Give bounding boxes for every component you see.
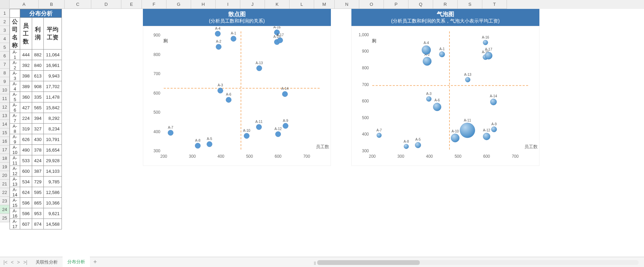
col-header-K[interactable]: K <box>265 0 290 9</box>
data-table[interactable]: 分布分析 公司名称 员工数 利润 平均工资 A-144488211,064A-2… <box>10 9 62 229</box>
cell[interactable]: A-17 <box>10 219 20 229</box>
cell[interactable]: 596 <box>20 208 32 219</box>
cell[interactable]: 533 <box>20 155 32 166</box>
scatter-chart[interactable]: 300400500600700800900200300400500600700员… <box>143 26 331 166</box>
cell[interactable]: 490 <box>20 145 32 155</box>
cell[interactable]: A-6 <box>10 102 20 113</box>
col-header-M[interactable]: M <box>314 0 335 9</box>
table-row[interactable]: A-1049037816,654 <box>10 145 62 155</box>
data-point[interactable] <box>404 144 409 149</box>
cell[interactable]: 9,621 <box>44 208 62 219</box>
row-header-21[interactable]: 21 <box>0 180 10 188</box>
scrollbar-thumb[interactable] <box>317 260 420 265</box>
data-point[interactable] <box>433 103 441 111</box>
data-point[interactable] <box>216 44 222 50</box>
col-header-S[interactable]: S <box>458 0 482 9</box>
cell[interactable]: A-7 <box>10 113 20 124</box>
tab-nav-last[interactable]: >| <box>22 259 29 265</box>
data-point[interactable] <box>422 45 431 54</box>
cell[interactable]: 607 <box>20 219 32 229</box>
cell[interactable]: A-3 <box>10 71 20 81</box>
col-header-O[interactable]: O <box>359 0 384 9</box>
table-row[interactable]: A-1760787414,568 <box>10 219 62 229</box>
cell[interactable]: 394 <box>32 113 44 124</box>
cell[interactable]: 908 <box>32 81 44 92</box>
tab-add[interactable]: + <box>90 258 100 266</box>
col-header-J[interactable]: J <box>240 0 265 9</box>
cell[interactable]: 427 <box>20 102 32 113</box>
hdr-avgwage[interactable]: 平均工资 <box>44 18 62 50</box>
data-point[interactable] <box>244 133 250 139</box>
cell[interactable]: 392 <box>20 60 32 71</box>
table-row[interactable]: A-536033511,478 <box>10 92 62 102</box>
cell[interactable]: 12,586 <box>44 187 62 198</box>
col-header-G[interactable]: G <box>166 0 191 9</box>
cell[interactable]: A-14 <box>10 187 20 198</box>
data-point[interactable] <box>283 123 288 129</box>
tab-distribution[interactable]: 分布分析 <box>63 257 90 267</box>
table-row[interactable]: A-438990817,702 <box>10 81 62 92</box>
col-header-A[interactable]: A <box>10 0 39 9</box>
cell[interactable]: 595 <box>32 187 44 198</box>
cell[interactable]: 378 <box>32 145 44 155</box>
cell[interactable]: A-1 <box>10 50 20 60</box>
cell[interactable]: A-4 <box>10 81 20 92</box>
cell[interactable]: A-11 <box>10 155 20 166</box>
cell-A1[interactable] <box>10 9 20 18</box>
cell[interactable]: 424 <box>32 155 44 166</box>
table-row[interactable]: A-72243948,292 <box>10 113 62 124</box>
data-point[interactable] <box>256 66 262 71</box>
row-header-5[interactable]: 5 <box>0 43 10 52</box>
table-row[interactable]: A-642756515,842 <box>10 102 62 113</box>
table-row[interactable]: A-165969539,621 <box>10 208 62 219</box>
row-header-17[interactable]: 17 <box>0 145 10 154</box>
col-header-N[interactable]: N <box>335 0 359 9</box>
table-row[interactable]: A-239284016,961 <box>10 60 62 71</box>
cell[interactable]: 596 <box>20 198 32 208</box>
scroll-split-icon[interactable]: || <box>314 261 316 265</box>
row-header-14[interactable]: 14 <box>0 120 10 128</box>
cell[interactable]: 874 <box>32 219 44 229</box>
cell[interactable]: A-10 <box>10 145 20 155</box>
hdr-profit[interactable]: 利润 <box>32 18 44 50</box>
data-point[interactable] <box>226 97 231 102</box>
cell[interactable]: 335 <box>32 92 44 102</box>
cell[interactable]: 729 <box>32 177 44 187</box>
cell[interactable]: 224 <box>20 113 32 124</box>
col-header-E[interactable]: E <box>121 0 142 9</box>
col-header-H[interactable]: H <box>191 0 216 9</box>
col-header-C[interactable]: C <box>65 0 91 9</box>
row-header-10[interactable]: 10 <box>0 86 10 94</box>
row-header-25[interactable]: 25 <box>0 214 10 222</box>
data-point[interactable] <box>460 123 475 138</box>
cell[interactable]: 360 <box>20 92 32 102</box>
table-row[interactable]: A-33986139,943 <box>10 71 62 81</box>
col-header-B[interactable]: B <box>39 0 65 9</box>
data-point[interactable] <box>207 141 212 147</box>
col-header-R[interactable]: R <box>433 0 458 9</box>
col-header-P[interactable]: P <box>384 0 408 9</box>
merged-header[interactable]: 分布分析 <box>20 9 62 18</box>
cell[interactable]: 29,928 <box>44 155 62 166</box>
cell[interactable]: 10,366 <box>44 198 62 208</box>
data-point[interactable] <box>483 133 490 140</box>
cell[interactable]: 534 <box>20 177 32 187</box>
data-point[interactable] <box>218 88 223 93</box>
row-header-7[interactable]: 7 <box>0 60 10 69</box>
cell[interactable]: 565 <box>32 102 44 113</box>
col-header-I[interactable]: I <box>216 0 240 9</box>
row-header-22[interactable]: 22 <box>0 188 10 197</box>
cell[interactable]: 14,103 <box>44 166 62 177</box>
row-header-4[interactable]: 4 <box>0 34 10 43</box>
data-point[interactable] <box>231 36 236 41</box>
tab-nav-prev[interactable]: < <box>10 259 15 265</box>
data-point[interactable] <box>276 131 281 137</box>
data-point[interactable] <box>483 40 488 45</box>
cell[interactable]: A-2 <box>10 60 20 71</box>
cell[interactable]: A-8 <box>10 124 20 134</box>
cell[interactable]: 389 <box>20 81 32 92</box>
cell[interactable]: 600 <box>20 166 32 177</box>
col-header-Q[interactable]: Q <box>408 0 433 9</box>
data-point[interactable] <box>490 99 497 105</box>
data-point[interactable] <box>282 91 288 97</box>
